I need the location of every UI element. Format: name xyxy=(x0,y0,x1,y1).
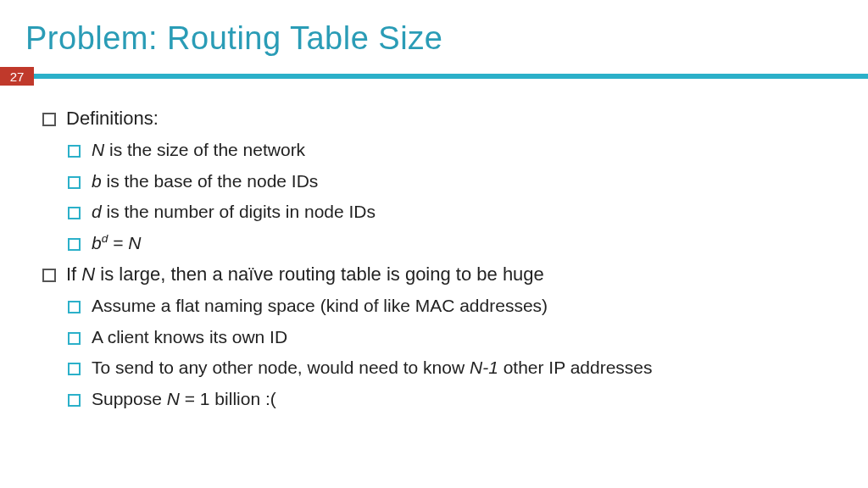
text: If xyxy=(66,263,81,285)
text: To send to any other node, would need to… xyxy=(92,358,470,377)
bullet-n-minus-1: To send to any other node, would need to… xyxy=(68,354,834,382)
bullet-if-n-large: If N is large, then a naïve routing tabl… xyxy=(42,260,834,289)
slide: { "title": "Problem: Routing Table Size"… xyxy=(0,0,868,488)
text: is the size of the network xyxy=(104,140,305,159)
bullet-definitions: Definitions: xyxy=(42,104,834,133)
text: = 1 billion :( xyxy=(180,389,276,408)
var-b: b xyxy=(92,233,102,252)
bullet-suppose-billion: Suppose N = 1 billion :( xyxy=(68,385,834,413)
var-n: N xyxy=(81,263,95,285)
bullet-d-digits: d is the number of digits in node IDs xyxy=(68,198,834,226)
accent-bar: 27 xyxy=(0,67,868,86)
var-n: N xyxy=(167,389,180,408)
text: is the base of the node IDs xyxy=(102,171,319,191)
bullet-flat-naming: Assume a flat naming space (kind of like… xyxy=(68,292,834,320)
var-n-1: N-1 xyxy=(470,358,498,377)
accent-line xyxy=(34,74,868,79)
text: is large, then a naïve routing table is … xyxy=(95,263,544,285)
slide-content: Definitions: N is the size of the networ… xyxy=(0,86,868,413)
text: other IP addresses xyxy=(498,358,653,377)
slide-title: Problem: Routing Table Size xyxy=(0,0,868,67)
var-d: d xyxy=(92,202,102,221)
var-b: b xyxy=(92,171,102,191)
bullet-b-base: b is the base of the node IDs xyxy=(68,168,834,196)
bullet-bd-eq-n: bd = N xyxy=(68,230,834,258)
slide-number-badge: 27 xyxy=(0,67,34,86)
bullet-client-id: A client knows its own ID xyxy=(68,324,834,352)
text: is the number of digits in node IDs xyxy=(102,202,376,221)
var-n: N xyxy=(92,140,104,159)
text: = N xyxy=(108,233,141,252)
bullet-n-size: N is the size of the network xyxy=(68,136,834,164)
text: Suppose xyxy=(92,389,167,408)
